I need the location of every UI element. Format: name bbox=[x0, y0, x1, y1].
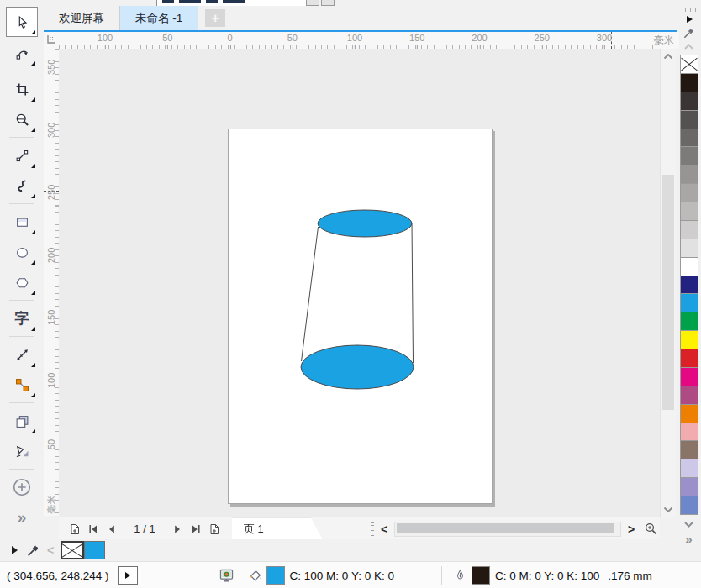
scroll-right-button[interactable]: > bbox=[621, 520, 641, 538]
fill-color-swatch[interactable] bbox=[266, 566, 285, 585]
polygon-tool[interactable] bbox=[7, 268, 37, 297]
v-ruler-label: 250 bbox=[46, 186, 56, 200]
palette-eyedropper-button[interactable] bbox=[680, 26, 698, 39]
flyout-arrow-icon bbox=[685, 15, 693, 24]
plus-icon bbox=[12, 477, 32, 497]
toolbox-separator bbox=[9, 402, 34, 403]
add-tool-button[interactable] bbox=[7, 473, 37, 501]
swatch-CFCDCD[interactable] bbox=[680, 221, 698, 239]
horizontal-scrollbar[interactable] bbox=[394, 522, 621, 537]
horizontal-scrollbar-thumb[interactable] bbox=[397, 523, 614, 533]
eyedropper-icon[interactable] bbox=[26, 543, 40, 558]
drawing-canvas[interactable] bbox=[59, 49, 660, 517]
scroll-down-button[interactable] bbox=[661, 502, 676, 517]
vertical-ruler[interactable]: 毫米 35030025020015010050 bbox=[44, 49, 59, 516]
next-page-button[interactable] bbox=[168, 520, 187, 538]
swatch-7D7A7A[interactable] bbox=[680, 147, 698, 165]
h-ruler-label: 250 bbox=[535, 33, 550, 43]
status-bar: ( 304.656, 248.244 ) C: 100 M: 0 Y: 0 K:… bbox=[0, 561, 701, 588]
ellipse-tool[interactable] bbox=[7, 238, 37, 266]
add-page-after-button[interactable] bbox=[205, 520, 224, 538]
transparency-tool[interactable] bbox=[7, 437, 37, 465]
swatch-232280[interactable] bbox=[680, 276, 698, 295]
drop-shadow-tool[interactable] bbox=[7, 407, 37, 435]
flyout-indicator bbox=[31, 30, 35, 34]
swatch-EF7F00[interactable] bbox=[680, 405, 698, 423]
swatch-FFFFFF[interactable] bbox=[680, 258, 698, 276]
swatch-3A3434[interactable] bbox=[680, 92, 698, 111]
doc-swatch-none[interactable] bbox=[61, 541, 84, 559]
zoom-tool[interactable] bbox=[7, 105, 37, 134]
zoom-navigator-button[interactable] bbox=[641, 520, 660, 538]
swatch-231711[interactable] bbox=[680, 74, 698, 92]
swatch-00A14B[interactable] bbox=[680, 312, 698, 331]
scroll-up-button[interactable] bbox=[661, 49, 676, 63]
vertical-scrollbar-thumb[interactable] bbox=[662, 175, 674, 410]
next-page-icon bbox=[171, 522, 184, 536]
vertical-ruler-unit-label: 毫米 bbox=[45, 499, 58, 514]
connector-tool[interactable] bbox=[7, 370, 37, 399]
swatch-6B6767[interactable] bbox=[680, 129, 698, 148]
document-page[interactable] bbox=[228, 129, 493, 504]
palette-drag-grip[interactable] bbox=[683, 8, 696, 12]
swatch-DA2128[interactable] bbox=[680, 349, 698, 368]
new-document-tab-button[interactable]: + bbox=[205, 9, 225, 27]
ruler-origin[interactable] bbox=[44, 32, 59, 49]
crop-tool[interactable] bbox=[7, 75, 37, 103]
document-color-settings-icon[interactable] bbox=[219, 568, 235, 583]
swatch-989494[interactable] bbox=[680, 165, 698, 184]
add-page-icon bbox=[208, 522, 221, 536]
swatch-1BA0E2[interactable] bbox=[680, 294, 698, 312]
dimension-tool[interactable] bbox=[7, 340, 37, 369]
toolbox-separator bbox=[9, 469, 34, 470]
ellipse-icon bbox=[15, 245, 29, 260]
swatch-E2E1E1[interactable] bbox=[680, 239, 698, 258]
rect-icon bbox=[15, 215, 29, 229]
more-tools-button[interactable]: » bbox=[7, 503, 37, 532]
swatch-FFF200[interactable] bbox=[680, 331, 698, 349]
first-page-icon bbox=[87, 522, 100, 536]
previous-page-button[interactable] bbox=[103, 520, 121, 538]
document-palette-scroll-left[interactable]: < bbox=[47, 543, 54, 557]
horizontal-ruler[interactable]: 毫米 10050050100150200250300 bbox=[59, 32, 679, 49]
freehand-tool[interactable] bbox=[7, 141, 37, 170]
cylinder-shape[interactable] bbox=[229, 129, 492, 503]
palette-scroll-down-button[interactable] bbox=[683, 518, 694, 531]
swatch-9C90CB[interactable] bbox=[680, 478, 698, 496]
swatch-F2ABAE[interactable] bbox=[680, 423, 698, 442]
fill-color-icon[interactable] bbox=[248, 568, 263, 583]
tab-untitled-1[interactable]: 未命名 -1 bbox=[120, 6, 198, 30]
h-ruler-label: 300 bbox=[597, 33, 612, 43]
swatch-BDBABA[interactable] bbox=[680, 202, 698, 221]
swatch-565151[interactable] bbox=[680, 111, 698, 129]
artistic-media-tool[interactable] bbox=[7, 171, 37, 200]
palette-flyout-button[interactable] bbox=[680, 13, 698, 26]
flyout-indicator bbox=[31, 291, 35, 295]
swatch-CDC8E8[interactable] bbox=[680, 459, 698, 478]
scroll-left-button[interactable]: < bbox=[374, 520, 394, 538]
outline-color-swatch[interactable] bbox=[472, 566, 490, 585]
status-details-button[interactable] bbox=[118, 566, 138, 585]
last-page-button[interactable] bbox=[187, 520, 205, 538]
status-divider bbox=[441, 566, 442, 585]
swatch-AE4A84[interactable] bbox=[680, 386, 698, 405]
tab-welcome[interactable]: 欢迎屏幕 bbox=[44, 6, 120, 30]
swatch-none[interactable] bbox=[680, 55, 698, 74]
palette-expand-button[interactable]: » bbox=[685, 534, 692, 544]
swatch-6E87C8[interactable] bbox=[680, 496, 698, 515]
swatch-E50883[interactable] bbox=[680, 368, 698, 386]
rectangle-tool[interactable] bbox=[7, 207, 37, 236]
pick-tool[interactable] bbox=[6, 7, 38, 37]
vertical-scrollbar[interactable] bbox=[660, 49, 676, 517]
shape-tool[interactable] bbox=[7, 39, 37, 67]
palette-scroll-up-button[interactable] bbox=[680, 39, 698, 53]
document-palette-flyout-icon[interactable] bbox=[12, 546, 18, 554]
doc-swatch-1BA2E2[interactable] bbox=[84, 541, 105, 559]
swatch-AAA6A6[interactable] bbox=[680, 184, 698, 202]
swatch-8A7468[interactable] bbox=[680, 441, 698, 459]
outline-pen-icon[interactable] bbox=[454, 569, 466, 582]
add-page-before-button[interactable] bbox=[66, 520, 84, 538]
first-page-button[interactable] bbox=[84, 520, 103, 538]
page-tab[interactable]: 页 1 bbox=[232, 518, 323, 540]
text-tool[interactable]: 字 bbox=[7, 304, 37, 333]
